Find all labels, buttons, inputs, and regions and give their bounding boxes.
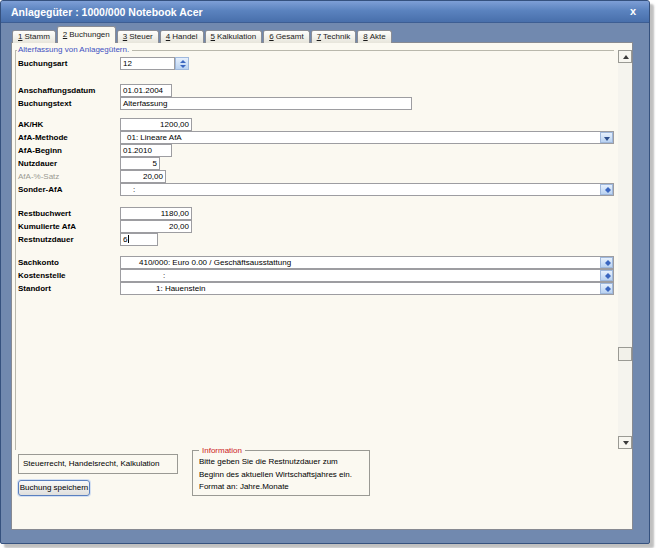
buchungstext-field[interactable]: Alterfassung <box>120 97 412 110</box>
row-anschaffungsdatum: Anschaffungsdatum 01.01.2004 <box>18 84 120 97</box>
combo-value: : <box>121 270 165 281</box>
field-label: AfA-%-Satz <box>18 170 120 183</box>
spinner-icon[interactable] <box>600 270 613 281</box>
row-kumulierte-afa: Kumulierte AfA 20,00 <box>18 220 120 233</box>
close-icon[interactable]: x <box>630 5 636 18</box>
tab-number: 6 <box>269 32 273 41</box>
information-groupbox: Information Bitte geben Sie die Restnutz… <box>192 450 370 496</box>
tab-number: 3 <box>123 32 127 41</box>
tab-handel[interactable]: 4Handel <box>160 30 204 43</box>
information-line: Bitte geben Sie die Restnutzdauer zum <box>193 456 369 469</box>
row-standort: Standort 1: Hauenstein <box>18 282 120 295</box>
anschaffungsdatum-field[interactable]: 01.01.2004 <box>120 84 172 97</box>
tab-akte[interactable]: 8Akte <box>357 30 391 43</box>
buchungsart-field[interactable]: 12 <box>120 57 175 70</box>
field-label: AfA-Beginn <box>18 144 120 157</box>
tab-number: 1 <box>18 32 22 41</box>
tab-label: Handel <box>172 32 197 41</box>
afa-beginn-field[interactable]: 01.2010 <box>120 144 172 157</box>
field-label: Sonder-AfA <box>18 183 120 196</box>
standort-combobox[interactable]: 1: Hauenstein <box>120 282 614 295</box>
afa-methode-combobox[interactable]: 01: Lineare AfA <box>120 131 614 144</box>
spinner-icon[interactable] <box>600 184 613 195</box>
row-akhk: AK/HK 1200,00 <box>18 118 120 131</box>
tab-number: 7 <box>317 32 321 41</box>
tab-stamm[interactable]: 1Stamm <box>12 30 56 43</box>
tab-label: Buchungen <box>69 30 109 39</box>
combo-value: : <box>121 184 135 195</box>
sachkonto-combobox[interactable]: 410/000: Euro 0.00 / Geschäftsausstattun… <box>120 256 614 269</box>
buchungsart-spinner-icon[interactable] <box>175 57 189 70</box>
tab-buchungen[interactable]: 2Buchungen <box>57 26 116 43</box>
combo-value: 1: Hauenstein <box>121 283 205 294</box>
tab-kalkulation[interactable]: 5Kalkulation <box>205 30 263 43</box>
row-sachkonto: Sachkonto 410/000: Euro 0.00 / Geschäfts… <box>18 256 120 269</box>
information-line: Format an: Jahre.Monate <box>193 481 369 494</box>
field-label: Sachkonto <box>18 256 120 269</box>
tab-label: Technik <box>323 32 350 41</box>
akhk-field[interactable]: 1200,00 <box>120 118 192 131</box>
tab-label: Stamm <box>24 32 49 41</box>
dropdown-arrow-icon[interactable] <box>600 132 613 143</box>
app-window: Anlagegüter : 1000/000 Notebook Acer x 1… <box>0 0 650 544</box>
row-kostenstelle: Kostenstelle : <box>18 269 120 282</box>
tab-label: Akte <box>370 32 386 41</box>
title-bar: Anlagegüter : 1000/000 Notebook Acer x <box>1 1 649 23</box>
summary-text-box: Steuerrecht, Handelsrecht, Kalkulation <box>18 454 178 474</box>
row-restbuchwert: Restbuchwert 1180,00 <box>18 207 120 220</box>
afa-satz-field[interactable]: 20,00 <box>120 170 166 183</box>
tab-number: 2 <box>63 30 67 39</box>
spinner-icon[interactable] <box>600 257 613 268</box>
tab-gesamt[interactable]: 6Gesamt <box>263 30 309 43</box>
row-sonder-afa: Sonder-AfA : <box>18 183 120 196</box>
tab-technik[interactable]: 7Technik <box>311 30 357 43</box>
field-label: AfA-Methode <box>18 131 120 144</box>
window-title: Anlagegüter : 1000/000 Notebook Acer <box>1 1 649 23</box>
row-afa-methode: AfA-Methode 01: Lineare AfA <box>18 131 120 144</box>
row-buchungsart: Buchungsart 12 <box>18 57 120 70</box>
field-label: AK/HK <box>18 118 120 131</box>
field-label: Nutzdauer <box>18 157 120 170</box>
field-label: Anschaffungsdatum <box>18 84 120 97</box>
field-label: Restnutzdauer <box>18 233 120 246</box>
tab-label: Kalkulation <box>217 32 256 41</box>
spinner-icon[interactable] <box>600 283 613 294</box>
information-title: Information <box>199 446 245 455</box>
row-nutzdauer: Nutzdauer 5 <box>18 157 120 170</box>
tab-label: Steuer <box>129 32 153 41</box>
field-label: Kostenstelle <box>18 269 120 282</box>
combo-value: 410/000: Euro 0.00 / Geschäftsausstattun… <box>121 257 291 268</box>
field-value: 6 <box>123 235 127 244</box>
section-title: Alterfassung von Anlagegütern. <box>17 45 132 54</box>
row-restnutzdauer: Restnutzdauer 6 <box>18 233 120 246</box>
vertical-scrollbar[interactable] <box>618 50 632 449</box>
row-afa-satz: AfA-%-Satz 20,00 <box>18 170 120 183</box>
field-label: Restbuchwert <box>18 207 120 220</box>
row-buchungstext: Buchungstext Alterfassung <box>18 97 120 110</box>
kostenstelle-combobox[interactable]: : <box>120 269 614 282</box>
scroll-down-icon[interactable] <box>618 436 632 449</box>
field-label: Kumulierte AfA <box>18 220 120 233</box>
row-afa-beginn: AfA-Beginn 01.2010 <box>18 144 120 157</box>
restnutzdauer-field[interactable]: 6 <box>120 233 158 246</box>
tab-number: 4 <box>166 32 170 41</box>
restbuchwert-field[interactable]: 1180,00 <box>120 207 192 220</box>
scrollbar-thumb[interactable] <box>618 347 632 361</box>
information-line: Beginn des aktuellen Wirtschaftsjahres e… <box>193 469 369 482</box>
nutzdauer-field[interactable]: 5 <box>120 157 160 170</box>
text-caret <box>128 235 129 243</box>
combo-value: 01: Lineare AfA <box>121 132 182 143</box>
tab-bar: 1Stamm 2Buchungen 3Steuer 4Handel 5Kalku… <box>12 27 393 43</box>
field-label: Buchungsart <box>18 57 120 70</box>
tab-label: Gesamt <box>276 32 304 41</box>
tab-number: 5 <box>211 32 215 41</box>
form-panel: Alterfassung von Anlagegütern. Buchungsa… <box>11 42 633 530</box>
kumulierte-afa-field[interactable]: 20,00 <box>120 220 192 233</box>
scroll-up-icon[interactable] <box>618 50 632 63</box>
sonder-afa-combobox[interactable]: : <box>120 183 614 196</box>
field-label: Standort <box>18 282 120 295</box>
tab-steuer[interactable]: 3Steuer <box>117 30 159 43</box>
tab-number: 8 <box>363 32 367 41</box>
save-booking-button[interactable]: Buchung speichern <box>18 480 90 496</box>
field-label: Buchungstext <box>18 97 120 110</box>
